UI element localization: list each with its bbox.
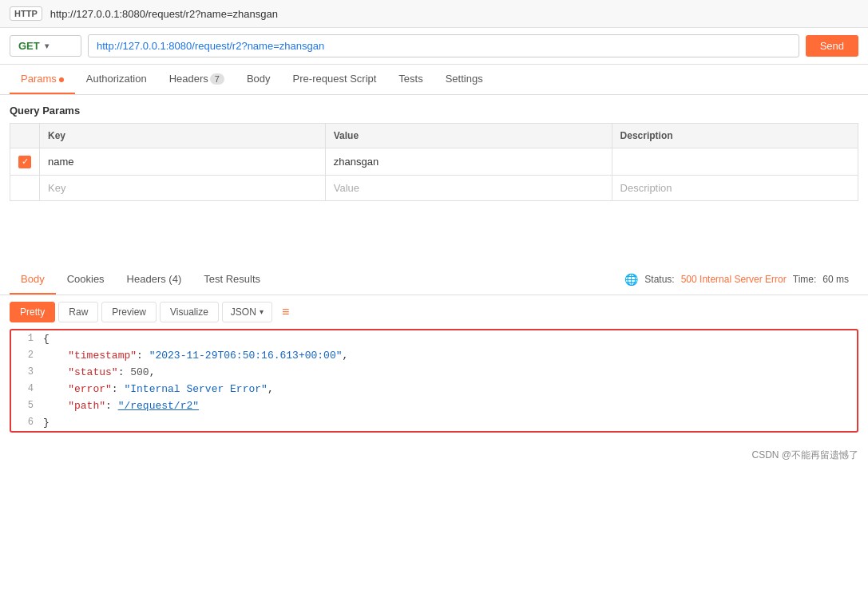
query-params-section: Query Params Key Value Description ✓ nam…: [0, 95, 868, 201]
line-number: 3: [11, 366, 43, 378]
code-line-2: 2 "timestamp": "2023-11-29T06:50:16.613+…: [11, 347, 857, 364]
tab-pre-request[interactable]: Pre-request Script: [282, 65, 388, 94]
format-tab-preview[interactable]: Preview: [101, 302, 157, 322]
response-tab-body[interactable]: Body: [10, 265, 56, 295]
line-number: 2: [11, 349, 43, 361]
format-select-dropdown[interactable]: JSON ▾: [222, 302, 272, 322]
response-tab-headers[interactable]: Headers (4): [116, 265, 193, 295]
params-table: Key Value Description ✓ name zhansgan Ke…: [10, 123, 858, 201]
line-content: "status": 500,: [43, 366, 857, 379]
empty-key[interactable]: Key: [40, 175, 326, 200]
title-bar: HTTP http://127.0.0.1:8080/request/r2?na…: [0, 0, 868, 28]
response-tabs-left: Body Cookies Headers (4) Test Results: [10, 265, 271, 295]
line-content: "timestamp": "2023-11-29T06:50:16.613+00…: [43, 349, 857, 362]
row-value[interactable]: zhansgan: [325, 148, 612, 176]
col-header-check: [10, 124, 40, 148]
format-tab-visualize[interactable]: Visualize: [160, 302, 219, 322]
row-key[interactable]: name: [40, 148, 326, 176]
col-header-description: Description: [612, 124, 858, 148]
row-description[interactable]: [612, 148, 858, 176]
line-content: {: [43, 332, 857, 346]
line-number: 1: [11, 332, 43, 344]
response-section: Body Cookies Headers (4) Test Results 🌐 …: [0, 265, 868, 433]
response-tab-test-results[interactable]: Test Results: [192, 265, 271, 295]
query-params-title: Query Params: [10, 105, 858, 117]
code-line-3: 3 "status": 500,: [11, 364, 857, 381]
col-header-value: Value: [325, 124, 612, 148]
globe-icon: 🌐: [624, 273, 638, 286]
send-button[interactable]: Send: [806, 35, 858, 57]
status-value: 500 Internal Server Error: [681, 274, 787, 285]
params-dot: [59, 77, 64, 82]
chevron-down-icon: ▾: [45, 42, 49, 50]
response-code-block: 1 { 2 "timestamp": "2023-11-29T06:50:16.…: [10, 329, 858, 433]
line-number: 6: [11, 416, 43, 428]
method-label: GET: [18, 40, 40, 52]
tab-params[interactable]: Params: [10, 65, 75, 94]
response-tabs-row: Body Cookies Headers (4) Test Results 🌐 …: [0, 265, 868, 295]
line-content: "path": "/request/r2": [43, 399, 857, 413]
http-badge: HTTP: [10, 6, 42, 21]
format-select-value: JSON: [231, 306, 256, 318]
format-tab-raw[interactable]: Raw: [58, 302, 98, 322]
footer: CSDN @不能再留遗憾了: [0, 442, 868, 469]
tab-settings[interactable]: Settings: [434, 65, 494, 94]
headers-badge: 7: [210, 73, 224, 85]
request-tabs: Params Authorization Headers7 Body Pre-r…: [0, 65, 868, 95]
footer-text: CSDN @不能再留遗憾了: [751, 449, 858, 461]
line-content: }: [43, 416, 857, 429]
code-line-4: 4 "error": "Internal Server Error",: [11, 381, 857, 397]
status-label: Status:: [644, 274, 674, 285]
tab-authorization[interactable]: Authorization: [75, 65, 158, 94]
code-line-5: 5 "path": "/request/r2": [11, 397, 857, 414]
tab-tests[interactable]: Tests: [387, 65, 434, 94]
method-dropdown[interactable]: GET ▾: [10, 35, 81, 57]
chevron-down-icon: ▾: [260, 307, 264, 316]
tab-headers[interactable]: Headers7: [158, 65, 236, 94]
response-status-bar: 🌐 Status: 500 Internal Server Error Time…: [615, 273, 858, 286]
line-number: 5: [11, 399, 43, 411]
url-input[interactable]: [88, 34, 799, 57]
empty-description[interactable]: Description: [612, 175, 858, 200]
code-line-6: 6 }: [11, 414, 857, 431]
request-bar: GET ▾ Send: [0, 28, 868, 65]
empty-value[interactable]: Value: [325, 175, 612, 200]
tab-body[interactable]: Body: [236, 65, 282, 94]
format-tab-pretty[interactable]: Pretty: [10, 302, 55, 322]
row-checkbox[interactable]: ✓: [18, 156, 31, 168]
response-tab-cookies[interactable]: Cookies: [56, 265, 116, 295]
table-row-empty: Key Value Description: [10, 175, 858, 200]
line-number: 4: [11, 382, 43, 394]
table-row: ✓ name zhansgan: [10, 148, 858, 176]
title-url: http://127.0.0.1:8080/request/r2?name=zh…: [50, 8, 278, 20]
col-header-key: Key: [40, 124, 326, 148]
time-value: 60 ms: [822, 274, 849, 285]
line-content: "error": "Internal Server Error",: [43, 382, 857, 396]
time-label: Time:: [793, 274, 817, 285]
format-tabs-row: Pretty Raw Preview Visualize JSON ▾ ≡: [0, 295, 868, 329]
spacer: [0, 201, 868, 265]
code-line-1: 1 {: [11, 330, 857, 347]
filter-icon[interactable]: ≡: [282, 305, 289, 319]
